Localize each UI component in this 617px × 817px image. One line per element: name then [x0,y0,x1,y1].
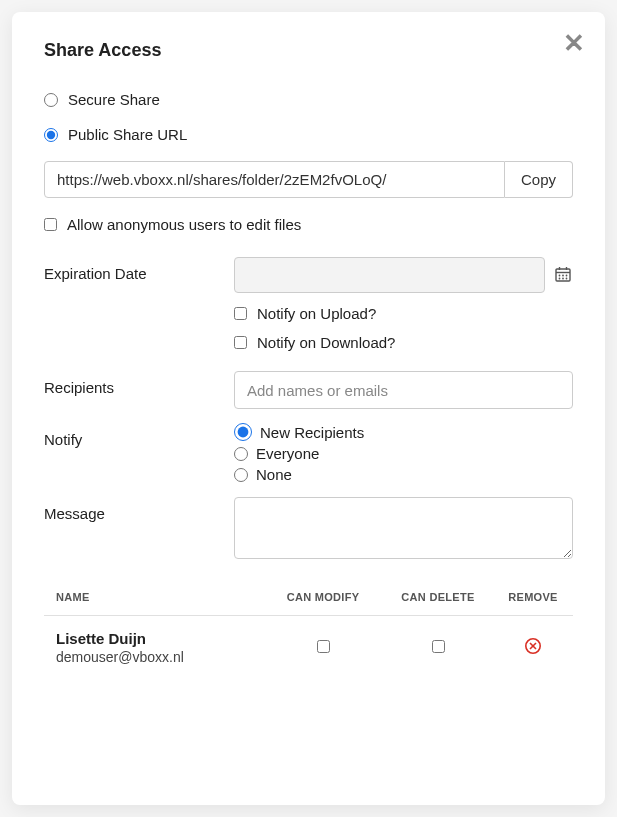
share-url-row: Copy [44,161,573,198]
header-can-delete: CAN DELETE [383,591,493,603]
notify-new-label: New Recipients [260,424,364,441]
copy-button[interactable]: Copy [505,161,573,198]
header-can-modify: CAN MODIFY [263,591,383,603]
recipients-table: NAME CAN MODIFY CAN DELETE REMOVE Lisett… [44,583,573,679]
notify-none-label: None [256,466,292,483]
user-email: demouser@vboxx.nl [56,649,263,665]
notify-none-radio[interactable] [234,468,248,482]
recipients-row: Recipients [44,371,573,409]
notify-row: Notify New Recipients Everyone None [44,423,573,483]
notify-upload-row[interactable]: Notify on Upload? [234,305,573,322]
notify-upload-checkbox[interactable] [234,307,247,320]
expiration-label: Expiration Date [44,257,234,282]
allow-anon-label: Allow anonymous users to edit files [67,216,301,233]
remove-icon[interactable] [524,637,542,655]
header-name: NAME [44,591,263,603]
notify-upload-label: Notify on Upload? [257,305,376,322]
message-textarea[interactable] [234,497,573,559]
share-url-input[interactable] [44,161,505,198]
notify-download-checkbox[interactable] [234,336,247,349]
allow-anon-checkbox[interactable] [44,218,57,231]
notify-everyone-label: Everyone [256,445,319,462]
public-share-label: Public Share URL [68,126,187,143]
expiration-row: Expiration Date Notify on Upload? Notify… [44,257,573,351]
notify-new-radio[interactable] [234,423,252,441]
user-name: Lisette Duijn [56,630,263,647]
allow-anon-row[interactable]: Allow anonymous users to edit files [44,216,573,233]
notify-everyone-radio[interactable] [234,447,248,461]
recipients-label: Recipients [44,371,234,396]
svg-point-9 [566,278,568,280]
secure-share-option[interactable]: Secure Share [44,91,573,108]
public-share-option[interactable]: Public Share URL [44,126,573,143]
close-icon: ✕ [563,28,585,58]
svg-point-7 [559,278,561,280]
share-access-modal: ✕ Share Access Secure Share Public Share… [12,12,605,805]
close-button[interactable]: ✕ [563,30,585,56]
notify-download-label: Notify on Download? [257,334,395,351]
expiration-date-input[interactable] [234,257,545,293]
can-modify-checkbox[interactable] [317,640,330,653]
public-share-radio[interactable] [44,128,58,142]
notify-new-option[interactable]: New Recipients [234,423,573,441]
notify-label: Notify [44,423,234,448]
table-header: NAME CAN MODIFY CAN DELETE REMOVE [44,583,573,616]
secure-share-label: Secure Share [68,91,160,108]
recipients-input[interactable] [234,371,573,409]
calendar-icon[interactable] [555,266,573,284]
secure-share-radio[interactable] [44,93,58,107]
message-label: Message [44,497,234,522]
notify-download-row[interactable]: Notify on Download? [234,334,573,351]
notify-everyone-option[interactable]: Everyone [234,445,573,462]
table-row: Lisette Duijn demouser@vboxx.nl [44,616,573,679]
message-row: Message [44,497,573,563]
notify-none-option[interactable]: None [234,466,573,483]
svg-point-8 [562,278,564,280]
modal-title: Share Access [44,40,573,61]
can-delete-checkbox[interactable] [432,640,445,653]
svg-point-5 [562,275,564,277]
svg-point-6 [566,275,568,277]
svg-point-4 [559,275,561,277]
header-remove: REMOVE [493,591,573,603]
